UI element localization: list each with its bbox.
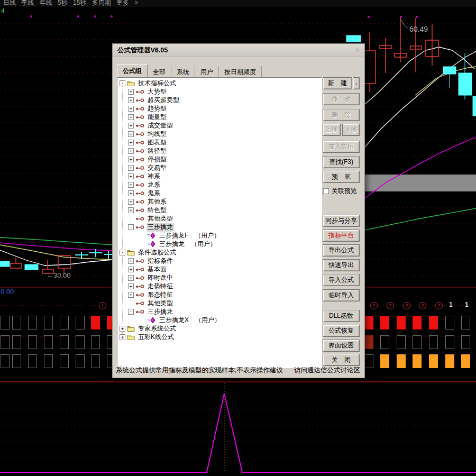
expand-icon[interactable]: + [128,123,134,129]
move-down-button[interactable]: 下移 [342,124,360,136]
import-button[interactable]: 导入公式 [323,274,360,286]
tree-item[interactable]: 三步擒龙X（用户） [117,316,322,324]
indicator-group-icon [135,174,144,179]
indicator-platform-button[interactable]: 指标平台 [323,230,360,242]
tree-item[interactable]: +特色型 [117,206,322,214]
signal-cell [76,316,85,329]
close-icon[interactable]: × [355,47,360,54]
expand-icon[interactable]: + [128,207,134,213]
tree-item[interactable]: +均线型 [117,130,322,138]
indicator-group-icon [135,123,144,128]
export-button[interactable]: 导出公式 [323,244,360,257]
tree-item-label: 指标条件 [147,257,174,266]
link-preview-row: 关联预览 [323,187,360,195]
tree-item[interactable]: +路径型 [117,147,322,155]
tree-item[interactable]: 其他类型 [117,299,322,307]
tree-item[interactable]: -三步擒龙 [117,223,322,231]
tree-item-label: 鬼系 [147,189,161,198]
expand-icon[interactable]: + [128,131,134,137]
expand-icon[interactable]: + [128,190,134,196]
expand-icon[interactable]: + [128,275,134,281]
new-dropdown-button[interactable]: ↓ [353,77,360,89]
expand-icon[interactable]: + [128,292,134,298]
tree-item[interactable]: +即时盘中 [117,273,322,282]
tree-item[interactable]: +能量型 [117,113,322,121]
tree-item[interactable]: -条件选股公式 [117,248,322,257]
tree-item[interactable]: +形态特征 [117,290,322,299]
circled-marker: 2 [403,302,410,309]
indicator-group-icon [135,276,144,280]
tree-item-label: 三步擒龙X [158,316,190,325]
expand-icon[interactable]: + [120,334,125,340]
temp-import-button[interactable]: 临时导入 [323,289,360,301]
indicator-group-icon [135,89,144,94]
expand-icon[interactable]: + [128,267,134,272]
expand-icon[interactable]: + [128,140,134,145]
forum-link[interactable]: 访问通达信公式讨论区 [294,366,360,375]
dialog-titlebar[interactable]: 公式管理器V6.05 × [113,44,364,57]
tree-item[interactable]: +交易型 [117,163,322,172]
expand-icon[interactable]: + [128,97,134,103]
tree-item[interactable]: +龙系 [117,180,322,189]
tree-item[interactable]: +大势型 [117,87,322,96]
link-preview-checkbox[interactable] [323,188,329,194]
add-favorite-button[interactable]: 加入常用 [323,141,360,153]
restore-button[interactable]: 公式恢复 [323,325,360,337]
find-button[interactable]: 查找(F3) [323,156,360,168]
expand-icon[interactable]: + [128,165,134,171]
collapse-icon[interactable]: - [120,80,125,86]
preview-button[interactable]: 预 览 [323,171,360,183]
quick-export-button[interactable]: 快速导出 [323,259,360,271]
tab-1[interactable]: 公式组 [117,65,148,78]
expand-icon[interactable]: + [128,173,134,179]
tree-item[interactable]: 三步擒龙F（用户） [117,231,322,240]
tab-4[interactable]: 用户 [195,66,219,77]
tab-2[interactable]: 全部 [148,66,171,77]
circled-marker: 2 [387,302,394,309]
tree-item[interactable]: +图表型 [117,138,322,147]
tree-item[interactable]: +指标条件 [117,257,322,265]
new-button[interactable]: 新 建 [323,77,352,89]
collapse-icon[interactable]: - [120,250,125,255]
tree-item[interactable]: +超买超卖型 [117,96,322,104]
ui-settings-button[interactable]: 界面设置 [323,340,360,352]
tree-item[interactable]: +专家系统公式 [117,324,322,333]
tree-item[interactable]: +五彩K线公式 [117,333,322,341]
tree-item[interactable]: +基本面 [117,265,322,273]
expand-icon[interactable]: + [128,148,134,154]
collapse-icon[interactable]: - [128,224,134,230]
close-button[interactable]: 关 闭 [323,354,360,366]
tree-item[interactable]: 其他类型 [117,214,322,223]
expand-icon[interactable]: + [128,106,134,112]
tree-item[interactable]: +其他系 [117,197,322,206]
tab-3[interactable]: 系统 [171,66,195,77]
tree-item[interactable]: +趋势型 [117,104,322,113]
tree-item[interactable]: +成交量型 [117,121,322,130]
tab-5[interactable]: 按日期频度 [219,66,262,77]
circled-marker: 2 [419,302,426,309]
expand-icon[interactable]: + [120,326,125,332]
tree-item[interactable]: -技术指标公式 [117,79,322,87]
dll-function-button[interactable]: DLL函数 [323,310,360,322]
tree-item-suffix: （用户） [195,231,220,240]
delete-button[interactable]: 删 除 [323,109,360,121]
tree-item[interactable]: +鬼系 [117,189,322,197]
expand-icon[interactable]: + [128,283,134,289]
tree-item[interactable]: -三步擒龙 [117,307,322,316]
signal-cell [44,354,53,368]
tree-item[interactable]: +走势特征 [117,282,322,290]
tree-item[interactable]: +神系 [117,172,322,180]
expand-icon[interactable]: + [128,89,134,95]
expand-icon[interactable]: + [128,199,134,205]
sync-share-button[interactable]: 同步与分享 [323,215,360,227]
expand-icon[interactable]: + [128,258,134,264]
collapse-icon[interactable]: - [128,309,134,315]
expand-icon[interactable]: + [128,157,134,162]
expand-icon[interactable]: + [128,182,134,188]
modify-button[interactable]: 修 改 [323,93,360,105]
tree-item-label: 停损型 [147,155,168,164]
tree-item[interactable]: +停损型 [117,155,322,163]
tree-item[interactable]: 三步擒龙（用户） [117,240,322,248]
move-up-button[interactable]: 上移 [323,124,341,136]
expand-icon[interactable]: + [128,114,134,120]
